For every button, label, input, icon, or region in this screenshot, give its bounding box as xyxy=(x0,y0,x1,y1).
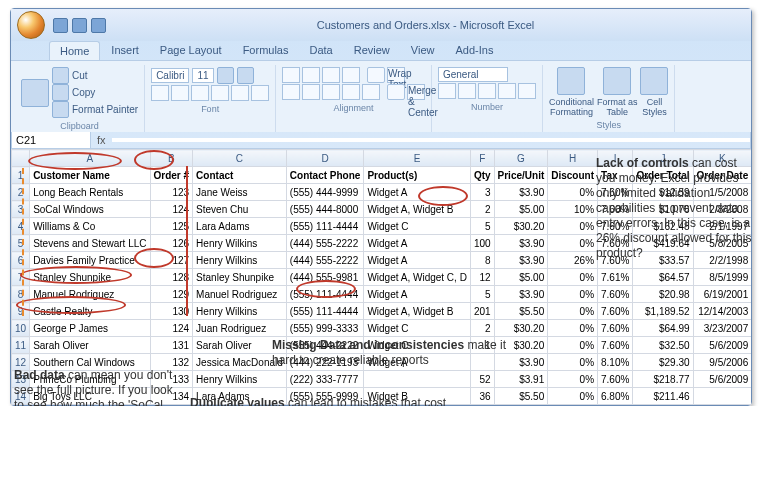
cell[interactable]: Sarah Oliver xyxy=(30,337,150,354)
cell[interactable]: 0% xyxy=(548,388,598,405)
cell[interactable]: 0% xyxy=(548,218,598,235)
cell[interactable]: $3.90 xyxy=(494,252,548,269)
italic-icon[interactable] xyxy=(171,85,189,101)
cell[interactable]: 5/6/2009 xyxy=(693,337,751,354)
cell[interactable]: Henry Wilkins xyxy=(193,235,287,252)
format-as-table-icon[interactable] xyxy=(603,67,631,95)
cell[interactable]: $30.20 xyxy=(494,320,548,337)
cell[interactable]: 0% xyxy=(548,371,598,388)
cell[interactable]: 124 xyxy=(150,320,193,337)
cell[interactable] xyxy=(693,388,751,405)
office-button-icon[interactable] xyxy=(17,11,45,39)
column-header[interactable]: B xyxy=(150,150,193,167)
cell[interactable]: $5.00 xyxy=(494,269,548,286)
fx-icon[interactable]: fx xyxy=(91,132,112,148)
cut-icon[interactable] xyxy=(52,67,69,84)
cell[interactable]: Henry Wilkins xyxy=(193,371,287,388)
cell[interactable]: Juan Rodriguez xyxy=(193,320,287,337)
conditional-formatting-icon[interactable] xyxy=(557,67,585,95)
cell[interactable]: 26% xyxy=(548,252,598,269)
border-icon[interactable] xyxy=(211,85,229,101)
row-header[interactable]: 4 xyxy=(12,218,30,235)
bold-icon[interactable] xyxy=(151,85,169,101)
align-left-icon[interactable] xyxy=(282,84,300,100)
cell[interactable]: Manuel Rodriguez xyxy=(30,286,150,303)
cell[interactable]: (555) 111-4444 xyxy=(286,286,364,303)
decrease-decimal-icon[interactable] xyxy=(518,83,536,99)
cell[interactable]: SoCal Windows xyxy=(30,201,150,218)
cell[interactable]: $64.57 xyxy=(633,269,693,286)
cell[interactable]: 52 xyxy=(470,371,494,388)
cell[interactable]: Henry Wilkins xyxy=(193,252,287,269)
cell[interactable]: 8/5/1999 xyxy=(693,269,751,286)
cell[interactable]: Stevens and Stewart LLC xyxy=(30,235,150,252)
cell[interactable]: Long Beach Rentals xyxy=(30,184,150,201)
header-cell[interactable]: Order # xyxy=(150,167,193,184)
cell[interactable]: 8.10% xyxy=(598,354,633,371)
cell[interactable]: 8 xyxy=(470,252,494,269)
tab-view[interactable]: View xyxy=(401,41,445,60)
cell[interactable]: 12 xyxy=(470,269,494,286)
cell[interactable]: $218.77 xyxy=(633,371,693,388)
column-header[interactable]: C xyxy=(193,150,287,167)
merge-center-icon[interactable] xyxy=(387,84,405,100)
cell[interactable] xyxy=(364,371,470,388)
cell[interactable]: 201 xyxy=(470,303,494,320)
column-header[interactable]: G xyxy=(494,150,548,167)
formula-bar[interactable] xyxy=(112,138,750,142)
font-size-select[interactable]: 11 xyxy=(192,68,213,83)
cell[interactable]: 7.60% xyxy=(598,286,633,303)
cell[interactable]: 100 xyxy=(470,235,494,252)
align-middle-icon[interactable] xyxy=(302,67,320,83)
cell[interactable]: Widget C xyxy=(364,218,470,235)
cell[interactable]: $211.46 xyxy=(633,388,693,405)
cell[interactable]: (444) 555-2222 xyxy=(286,235,364,252)
row-header[interactable]: 6 xyxy=(12,252,30,269)
cell[interactable]: Stanley Shunpike xyxy=(193,269,287,286)
tab-data[interactable]: Data xyxy=(299,41,342,60)
cell[interactable]: 7.60% xyxy=(598,320,633,337)
cell[interactable]: 124 xyxy=(150,201,193,218)
cell[interactable]: 6/19/2001 xyxy=(693,286,751,303)
cell[interactable]: 5/6/2009 xyxy=(693,371,751,388)
cell[interactable]: (222) 333-7777 xyxy=(286,371,364,388)
cell[interactable]: 7.60% xyxy=(598,337,633,354)
cell[interactable]: Widget A xyxy=(364,235,470,252)
column-header[interactable]: E xyxy=(364,150,470,167)
cell[interactable]: 0% xyxy=(548,320,598,337)
cell[interactable]: $5.50 xyxy=(494,303,548,320)
cell[interactable]: $32.50 xyxy=(633,337,693,354)
indent-left-icon[interactable] xyxy=(342,84,360,100)
cell[interactable]: 7.61% xyxy=(598,269,633,286)
cell[interactable]: Widget A xyxy=(364,286,470,303)
cell[interactable]: (444) 555-9981 xyxy=(286,269,364,286)
format-painter-icon[interactable] xyxy=(52,101,69,118)
header-cell[interactable]: Contact xyxy=(193,167,287,184)
cell-styles-icon[interactable] xyxy=(640,67,668,95)
align-center-icon[interactable] xyxy=(302,84,320,100)
copy-icon[interactable] xyxy=(52,84,69,101)
cell[interactable]: 2 xyxy=(470,201,494,218)
cell[interactable]: 126 xyxy=(150,235,193,252)
cell[interactable]: 12/14/2003 xyxy=(693,303,751,320)
row-header[interactable]: 11 xyxy=(12,337,30,354)
tab-insert[interactable]: Insert xyxy=(101,41,149,60)
cell[interactable]: 0% xyxy=(548,269,598,286)
row-header[interactable]: 8 xyxy=(12,286,30,303)
number-format-select[interactable]: General xyxy=(438,67,508,82)
header-cell[interactable]: Discount xyxy=(548,167,598,184)
cell[interactable]: 128 xyxy=(150,269,193,286)
cell[interactable]: Widget A xyxy=(364,252,470,269)
cell[interactable]: $5.50 xyxy=(494,388,548,405)
cell[interactable]: 9/5/2006 xyxy=(693,354,751,371)
cell[interactable]: 0% xyxy=(548,354,598,371)
cell[interactable]: 10% xyxy=(548,201,598,218)
select-all[interactable] xyxy=(12,150,30,167)
cell[interactable]: 129 xyxy=(150,286,193,303)
cell[interactable]: George P James xyxy=(30,320,150,337)
cell[interactable]: (555) 444-9999 xyxy=(286,184,364,201)
header-cell[interactable]: Contact Phone xyxy=(286,167,364,184)
row-header[interactable]: 5 xyxy=(12,235,30,252)
cell[interactable]: 7.60% xyxy=(598,303,633,320)
column-header[interactable]: A xyxy=(30,150,150,167)
